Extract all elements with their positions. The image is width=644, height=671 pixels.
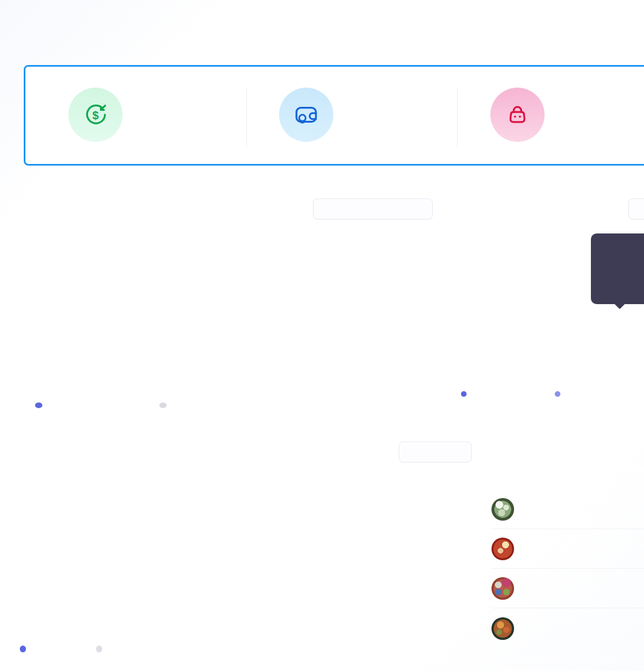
legend-dot <box>555 391 560 397</box>
line-legend-last6[interactable] <box>35 402 50 408</box>
bar-legend-this-month[interactable] <box>20 646 32 652</box>
bar-legend-last-month[interactable] <box>96 646 108 652</box>
kpi-delta <box>138 94 212 106</box>
lock-icon <box>504 102 530 128</box>
pending-list-item[interactable] <box>491 490 644 529</box>
money-receive-icon: $ <box>82 102 108 128</box>
savings-opportunities-circle <box>279 88 333 142</box>
donut-legend-transport[interactable] <box>555 388 565 397</box>
legend-dot <box>159 402 167 408</box>
pending-list-item[interactable] <box>491 529 644 569</box>
food-avatar <box>491 617 514 640</box>
rejected-savings-circle <box>490 88 545 142</box>
line-legend-targeted[interactable] <box>159 402 174 408</box>
view-report-button[interactable] <box>313 198 433 219</box>
svg-text:$: $ <box>92 109 98 122</box>
pending-list-item[interactable] <box>491 609 644 648</box>
food-avatar <box>491 538 514 560</box>
food-avatar <box>491 498 514 521</box>
savings-line-chart[interactable] <box>34 285 380 393</box>
food-avatar <box>491 577 514 600</box>
donut-legend-pharmaceutical[interactable] <box>461 388 471 397</box>
total-savings-delta <box>34 241 36 251</box>
legend-dot <box>20 646 26 652</box>
wallet-icon <box>293 102 319 128</box>
legend-dot <box>35 402 42 408</box>
opportunities-delta <box>20 486 22 495</box>
opportunities-bar-chart[interactable] <box>20 531 477 642</box>
divider <box>246 87 247 147</box>
executive-overview-page: $ <box>0 0 644 671</box>
pending-list-item[interactable] <box>491 569 644 608</box>
legend-dot <box>96 646 102 652</box>
legend-dot <box>461 391 467 397</box>
view-report-button[interactable] <box>399 441 472 462</box>
divider <box>457 87 458 147</box>
kpi-summary-card[interactable]: $ <box>24 65 644 166</box>
donut-tooltip <box>591 233 644 304</box>
validated-savings-circle: $ <box>68 88 123 142</box>
view-report-button[interactable] <box>628 198 644 219</box>
